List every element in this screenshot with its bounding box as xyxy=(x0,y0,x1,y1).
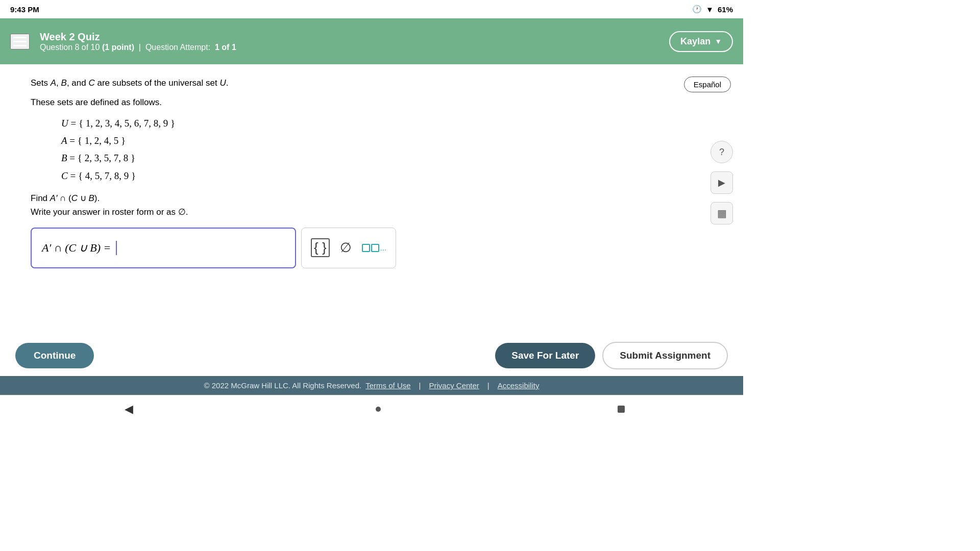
accessibility-link[interactable]: Accessibility xyxy=(498,381,540,390)
set-U: U = { 1, 2, 3, 4, 5, 6, 7, 8, 9 } xyxy=(61,115,713,132)
back-nav-button[interactable]: ◀ xyxy=(118,399,139,419)
play-button[interactable]: ▶ xyxy=(710,171,733,194)
status-bar: 9:43 PM 🕐 ▼ 61% xyxy=(0,0,743,18)
chevron-down-icon: ▼ xyxy=(715,37,722,45)
recents-nav-button[interactable] xyxy=(618,406,625,413)
roster-icon: ... xyxy=(362,243,387,252)
question-intro-2: These sets are defined as follows. xyxy=(31,96,713,109)
back-arrow-icon: ◀ xyxy=(125,403,133,416)
set-definitions: U = { 1, 2, 3, 4, 5, 6, 7, 8, 9 } A = { … xyxy=(61,115,713,185)
copyright-bar: © 2022 McGraw Hill LLC. All Rights Reser… xyxy=(0,376,743,395)
home-nav-button[interactable] xyxy=(376,407,381,412)
side-buttons: ? ▶ ▦ xyxy=(710,141,733,224)
nav-bar: ◀ xyxy=(0,395,743,422)
clock-icon: 🕐 xyxy=(692,5,702,14)
help-icon: ? xyxy=(719,147,724,158)
main-content: Español Sets A, B, and C are subsets of … xyxy=(0,64,743,268)
battery-display: 61% xyxy=(718,5,733,14)
quiz-name: Week 2 Quiz xyxy=(40,31,236,43)
question-info: Question 8 of 10 (1 point) | Question At… xyxy=(40,43,236,52)
help-button[interactable]: ? xyxy=(710,141,733,163)
user-name: Kaylan xyxy=(680,36,710,47)
set-C: C = { 4, 5, 7, 8, 9 } xyxy=(61,167,713,185)
answer-prefix: A′ ∩ (C ∪ B) = xyxy=(42,241,114,255)
empty-set-icon: ∅ xyxy=(340,240,352,256)
bracket-symbol-button[interactable]: { } xyxy=(311,238,330,257)
right-buttons: Save For Later Submit Assignment xyxy=(495,342,728,369)
submit-assignment-button[interactable]: Submit Assignment xyxy=(602,342,728,369)
wifi-icon: ▼ xyxy=(706,5,714,14)
user-menu-button[interactable]: Kaylan ▼ xyxy=(669,31,733,52)
symbol-toolbar: { } ∅ ... xyxy=(301,228,396,268)
book-icon: ▦ xyxy=(717,207,727,219)
action-footer: Continue Save For Later Submit Assignmen… xyxy=(0,335,743,377)
bracket-icon: { } xyxy=(311,238,330,257)
roster-button[interactable]: ... xyxy=(362,243,387,252)
save-for-later-button[interactable]: Save For Later xyxy=(495,343,595,368)
play-icon: ▶ xyxy=(718,177,725,188)
set-A: A = { 1, 2, 4, 5 } xyxy=(61,132,713,149)
write-instruction: Write your answer in roster form or as ∅… xyxy=(31,207,713,217)
attempt-value: 1 of 1 xyxy=(215,43,236,52)
menu-button[interactable] xyxy=(10,34,30,49)
app-header: Week 2 Quiz Question 8 of 10 (1 point) |… xyxy=(0,18,743,64)
question-intro-1: Sets A, B, and C are subsets of the univ… xyxy=(31,77,713,90)
time-display: 9:43 PM xyxy=(10,5,39,14)
point-label: (1 point) xyxy=(102,43,134,52)
answer-input-box[interactable]: A′ ∩ (C ∪ B) = xyxy=(31,228,296,268)
attempt-label: Question Attempt: xyxy=(145,43,210,52)
status-icons: 🕐 ▼ 61% xyxy=(692,5,733,14)
find-instruction: Find A′ ∩ (C ∪ B). xyxy=(31,193,713,204)
terms-of-use-link[interactable]: Terms of Use xyxy=(365,381,410,390)
continue-button[interactable]: Continue xyxy=(15,343,94,368)
text-cursor xyxy=(116,241,117,255)
answer-area: A′ ∩ (C ∪ B) = { } ∅ ... xyxy=(31,228,713,268)
book-button[interactable]: ▦ xyxy=(710,202,733,224)
empty-set-button[interactable]: ∅ xyxy=(340,240,352,256)
espanol-button[interactable]: Español xyxy=(684,77,731,92)
question-progress: Question 8 of 10 xyxy=(40,43,100,52)
header-left: Week 2 Quiz Question 8 of 10 (1 point) |… xyxy=(10,31,236,52)
set-B: B = { 2, 3, 5, 7, 8 } xyxy=(61,149,713,167)
privacy-center-link[interactable]: Privacy Center xyxy=(429,381,479,390)
copyright-text: © 2022 McGraw Hill LLC. All Rights Reser… xyxy=(204,381,362,390)
header-title: Week 2 Quiz Question 8 of 10 (1 point) |… xyxy=(40,31,236,52)
